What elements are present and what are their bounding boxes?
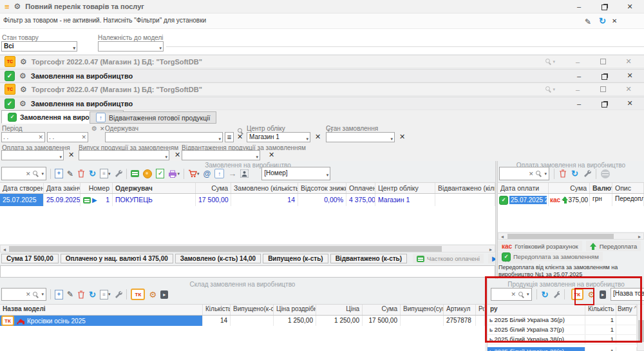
cell-product-name[interactable]: ь 2025 Білий Україна 36(р) [488,316,585,325]
col-header[interactable]: Замовлено (кількість) [231,183,298,193]
col-header[interactable]: ру [488,305,585,315]
maximize-icon[interactable] [600,86,606,92]
scroll-left-icon[interactable]: ◂ [499,233,506,240]
service-wrench-icon[interactable] [114,290,122,299]
cell-product-name[interactable]: ь 2025 білий Україна 38(р) [488,335,585,344]
scroll-thumb[interactable] [507,234,614,239]
cell-product-name[interactable]: ь 2025 білий Україна 39(р) [488,347,585,351]
shipment-filter-clear-icon[interactable]: ✕ [269,151,274,159]
refresh-icon[interactable]: ↻ [571,169,578,178]
composition-row[interactable]: ТК Кросівки осінь 2025 14 1 250,00 1 250… [0,316,485,326]
receiver-list-icon[interactable]: ≣ [225,132,234,142]
minimize-icon[interactable]: – [571,58,585,66]
service-wrench-icon[interactable] [553,290,560,299]
scroll-thumb[interactable] [638,320,644,342]
scroll-right-icon[interactable]: ▸ [488,246,494,253]
period-date-to-input[interactable]: . . ✕ [47,132,88,142]
col-header[interactable]: Оплачено [346,183,375,193]
cell-qty[interactable]: 1 [585,335,616,344]
tk-button[interactable]: ТК [1,316,14,326]
refresh-icon[interactable]: ↻ [89,169,96,178]
cell-currency[interactable]: грн [590,194,612,206]
payments-search-input[interactable]: ✕▾ [499,167,549,180]
cell-qty[interactable]: 14 [203,316,231,326]
restore-icon[interactable] [601,5,607,10]
receiver-select[interactable]: ▾ [105,132,223,142]
receiver-clear-icon[interactable]: ✕ [237,133,243,141]
col-header[interactable]: Сума [363,305,401,315]
cell-center[interactable]: Магазин 1 [375,194,435,206]
cell-pay-sum[interactable]: кас 4 375,00 [549,194,590,206]
cell-number[interactable]: ▶ 1 [80,194,113,206]
period-gear-icon[interactable]: ⚙ [91,125,97,133]
service-wrench-icon[interactable] [583,169,591,178]
payments-row[interactable]: ✓ 25.07.2025 21:... кас 4 375,00 грн Пер… [498,194,644,206]
gear-icon[interactable]: ⚙ [14,3,21,10]
close-icon[interactable]: ✕ [623,71,637,80]
payments-hscrollbar[interactable]: ◂ ▸ [498,232,644,240]
cell-description[interactable]: Передоплата [612,194,644,206]
search-icon[interactable] [32,291,39,298]
search-icon[interactable]: ▾ [545,58,555,65]
cell-shipped[interactable] [435,194,495,206]
settings-gear-icon[interactable]: ⚙ [149,290,156,299]
clear-icon[interactable]: ✕ [81,133,86,142]
minimize-icon[interactable]: – [572,100,586,108]
orders-row[interactable]: 25.07.2025 25.09.2025 ▶ 1 ПОКУПЕЦЬ 17 50… [0,194,495,206]
delete-icon[interactable] [559,169,567,178]
coins-icon[interactable] [143,169,152,178]
search-icon[interactable] [32,170,39,177]
col-header[interactable]: Одержувач [113,183,196,193]
close-panel-icon[interactable]: ✕ [612,17,617,24]
delete-icon[interactable] [77,169,85,178]
clear-icon[interactable]: ✕ [26,291,31,298]
service-wrench-icon[interactable] [114,169,122,178]
col-header[interactable]: Назва моделі [0,305,203,315]
col-header[interactable]: Опис [612,183,644,193]
col-header[interactable]: Випущено(к-сть) [231,305,274,315]
cell-sum[interactable]: 17 500,00 [196,194,231,206]
products-row[interactable]: ь 2025 білий Україна 37(р) 1 [488,325,637,335]
col-header[interactable]: Випущено(сума) [401,305,444,315]
center-select[interactable]: Магазин 1▾ [247,132,310,142]
scroll-thumb[interactable] [9,246,442,252]
search-icon[interactable] [518,291,525,298]
col-header[interactable]: Сума [196,183,231,193]
export-icon[interactable]: ▸ [160,290,168,299]
export-icon[interactable]: ▸ [600,290,606,299]
col-header[interactable]: Дата оплати [498,183,549,193]
composition-search-input[interactable]: ✕▾ [1,288,46,301]
clear-icon[interactable]: ✕ [38,133,43,142]
col-header[interactable]: Відвантажено (кількіст [435,183,495,193]
refresh-icon[interactable]: ↻ [599,17,606,25]
refresh-icon[interactable]: ↻ [89,290,96,299]
search-icon[interactable] [535,170,542,177]
cell-pay-date[interactable]: ✓ 25.07.2025 21:... [498,194,549,206]
number-filter-select[interactable]: [Номер]▾ [261,167,330,180]
tk-button-highlighted[interactable]: ТК [571,289,583,300]
cart-icon[interactable]: ▾ [188,169,200,178]
col-header[interactable]: Центр обліку [375,183,435,193]
col-header[interactable]: Артикул [444,305,476,315]
delete-icon[interactable] [77,290,85,299]
release-filter-select[interactable]: ▾ [79,150,169,160]
state-of-goods-select[interactable]: Всі▾ [1,41,77,52]
cell-created[interactable]: 25.07.2025 [0,194,44,206]
gear-icon[interactable]: ⚙ [19,72,26,80]
col-header[interactable]: Кількість [203,305,231,315]
gear-icon[interactable]: ⚙ [20,86,27,93]
edit-icon[interactable]: ✎ [67,169,73,178]
new-document-icon[interactable]: + [55,169,63,178]
cell-qty[interactable]: 1 [585,325,616,334]
print-icon[interactable]: ▾ [168,170,180,178]
col-header[interactable]: Дата створення [0,183,44,193]
period-date-from-input[interactable]: . . ✕ [1,132,45,142]
order-state-clear-icon[interactable]: ✕ [399,133,405,141]
products-row[interactable]: ь 2025 білий Україна 38(р) 1 [488,335,637,345]
products-row[interactable]: ь 2025 Білий Україна 36(р) 1 [488,316,637,325]
cell-qty[interactable]: 1 [585,347,616,351]
cell-product-name[interactable]: ь 2025 білий Україна 37(р) [488,325,585,334]
cell-model-name[interactable]: ТК Кросівки осінь 2025 [0,316,203,326]
minimize-icon[interactable]: – [572,72,586,80]
minimize-icon[interactable]: – [571,86,585,93]
